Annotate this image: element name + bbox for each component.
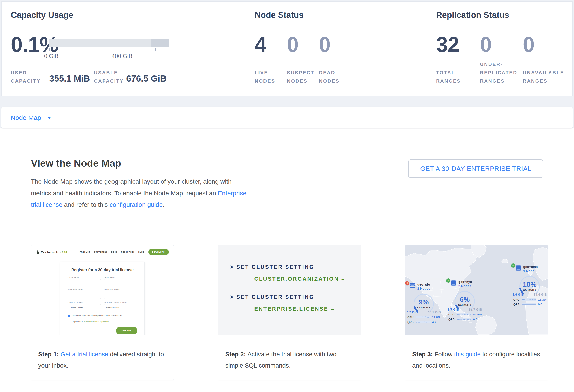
step-2-caption: Step 2: Activate the trial license with …	[218, 335, 361, 371]
cpu-sparkline-icon	[522, 298, 536, 301]
node-map-thumbnail: 1 geo=sfo 2 Nodes	[405, 245, 548, 335]
node-locality-ams: ✓ geo=ams 1 Node	[512, 265, 547, 306]
cpu-label: CPU	[407, 316, 414, 319]
step-3-caption: Step 3: Follow this guide to configure l…	[405, 335, 548, 371]
node-map-dropdown-label[interactable]: Node Map	[11, 114, 41, 121]
error-badge-icon: 1	[405, 281, 409, 285]
dead-nodes-value: 0	[319, 33, 330, 56]
capacity-percent: 9%	[411, 298, 436, 306]
qps-label: QPS	[407, 320, 414, 324]
locality-name: geo=ams	[523, 265, 538, 269]
cpu-value: 42.5%	[473, 313, 482, 316]
qps-value: 0.0	[473, 318, 477, 321]
field-input	[67, 279, 101, 286]
intro-paragraph: The Node Map shows the geographical layo…	[31, 176, 253, 210]
company-email-field: COMPANY EMAIL	[104, 289, 137, 299]
configuration-guide-link[interactable]: configuration guide	[109, 201, 163, 208]
live-nodes-value: 4	[255, 33, 266, 56]
field-input	[104, 292, 137, 299]
total-ranges-label: TOTAL RANGES	[436, 69, 468, 85]
qps-sparkline-icon	[522, 303, 536, 306]
this-guide-link[interactable]: this guide	[454, 351, 481, 358]
cluster-summary-area: Capacity Usage 0.1% 0 GiB 400 GiB USED C…	[0, 0, 574, 128]
used-capacity-label: USED CAPACITY	[11, 69, 47, 85]
database-icon	[451, 280, 457, 286]
email-updates-checkbox-row: ✓ I would like to receive email updates …	[67, 314, 137, 317]
capacity-axis-tick	[155, 48, 156, 51]
locality-name: geo=nyc	[458, 280, 472, 284]
mini-nav-docs: DOCS	[111, 251, 117, 253]
qps-label: QPS	[513, 303, 520, 306]
under-replicated-ranges-label: UNDER-REPLICATED RANGES	[480, 60, 525, 85]
chevron-down-icon: ▾	[48, 115, 51, 121]
unavailable-ranges-label: UNAVAILABLE RANGES	[523, 69, 573, 85]
suspect-nodes-label: SUSPECT NODES	[287, 69, 321, 85]
last-name-field: LAST NAME	[104, 276, 137, 286]
node-map-view-dropdown[interactable]: Node Map ▾	[1, 107, 573, 128]
node-status-title: Node Status	[255, 10, 304, 20]
mini-submit-button: SUBMIT	[116, 327, 137, 334]
section-spacer	[1, 96, 573, 107]
step-1-label: Step 1:	[38, 351, 61, 358]
brand-name: Cockroach	[41, 250, 58, 254]
checkbox-text: I agree to the	[71, 320, 84, 323]
qps-sparkline-icon	[416, 320, 430, 323]
section-divider	[31, 231, 546, 231]
mini-nav-resources: RESOURCES	[121, 251, 135, 253]
capacity-axis-label-0: 0 GiB	[44, 53, 59, 59]
capacity-percent: 10%	[517, 281, 542, 289]
project-phase-select: PROJECT PHASE Please Select	[67, 301, 101, 311]
sql-keyword: SET CLUSTER SETTING	[236, 294, 314, 300]
database-icon	[410, 283, 416, 288]
checkbox-checked-icon: ✓	[67, 315, 70, 317]
used-capacity-value: 355.1 MiB	[49, 74, 90, 84]
cpu-label: CPU	[513, 298, 520, 301]
field-label: LAST NAME	[104, 276, 137, 278]
capacity-bar-nonusable-segment	[151, 39, 169, 47]
brand-suffix: LABS	[60, 251, 67, 253]
get-trial-license-link[interactable]: Get a trial license	[61, 351, 108, 358]
field-label: PROJECT PHASE	[67, 301, 101, 303]
capacity-bar	[49, 39, 169, 47]
sql-commands-thumbnail: > SET CLUSTER SETTING CLUSTER.ORGANIZATI…	[218, 245, 361, 335]
field-label: FIRST NAME	[67, 276, 101, 278]
unavailable-ranges-value: 0	[523, 33, 534, 56]
capacity-gauge: 9% CAPACITY	[411, 292, 436, 316]
capacity-axis-tick	[120, 48, 120, 51]
checkbox-unchecked-icon	[67, 320, 70, 323]
intro-text: The Node Map shows the geographical layo…	[31, 178, 231, 197]
cluster-stats-panel: Capacity Usage 0.1% 0 GiB 400 GiB USED C…	[1, 1, 573, 96]
sql-command-line: > SET CLUSTER SETTING	[230, 294, 361, 300]
capacity-usage-title: Capacity Usage	[11, 10, 73, 20]
database-icon	[515, 265, 522, 271]
step-3-card: 1 geo=sfo 2 Nodes	[405, 245, 548, 380]
sql-setting-name: ENTERPRISE.LICENSE =	[230, 306, 361, 312]
step-3-label: Step 3:	[412, 351, 434, 358]
capacity-gauge: 6% CAPACITY	[452, 289, 478, 313]
capacity-percent: 6%	[452, 296, 478, 304]
reason-for-interest-select: REASON FOR INTEREST Please Select	[104, 301, 137, 311]
field-select: Please Select	[67, 304, 101, 311]
cockroach-labs-logo: Cockroach LABS	[36, 250, 67, 254]
get-enterprise-trial-button[interactable]: GET A 30-DAY ENTERPRISE TRIAL	[408, 159, 543, 178]
intro-text: .	[163, 201, 164, 208]
qps-value: 4.7	[432, 320, 436, 324]
mini-nav-product: PRODUCT	[80, 251, 90, 253]
sql-keyword: SET CLUSTER SETTING	[236, 264, 314, 270]
locality-name: geo=sfo	[417, 282, 430, 287]
sql-prompt: >	[230, 294, 234, 300]
step-2-card: > SET CLUSTER SETTING CLUSTER.ORGANIZATI…	[218, 245, 361, 380]
software-license-agreement-link: Software License Agreement.	[84, 320, 110, 323]
field-label: REASON FOR INTEREST	[104, 301, 137, 303]
sql-prompt: >	[230, 264, 234, 270]
qps-label: QPS	[449, 318, 455, 321]
mini-download-button: DOWNLOAD	[148, 249, 169, 255]
qps-value: 0.0	[538, 303, 542, 306]
node-locality-sfo: 1 geo=sfo 2 Nodes	[407, 283, 441, 324]
healthy-badge-icon: ✓	[446, 279, 451, 283]
mini-nav-blog: BLOG	[138, 251, 144, 253]
step-3-text: Follow	[434, 351, 454, 358]
intro-text: and refer to this	[62, 201, 110, 208]
usable-capacity-value: 676.5 GiB	[126, 74, 166, 84]
mini-form-title: Register for a 30-day trial license	[67, 268, 137, 272]
